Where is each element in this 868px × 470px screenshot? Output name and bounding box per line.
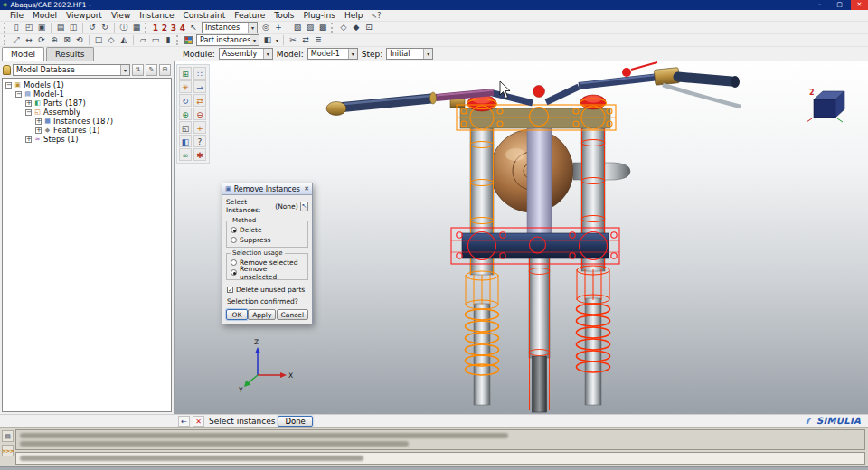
display-group-replace-icon[interactable]: ▩ [316, 22, 329, 33]
previous-step-button[interactable]: ← [178, 416, 190, 427]
tree-item-model-1[interactable]: − ▤ Model-1 [3, 89, 171, 99]
ok-button[interactable]: OK [226, 309, 248, 320]
view-cut-icon[interactable]: ✂ [287, 34, 299, 46]
expand-icon[interactable]: + [35, 118, 42, 125]
partition-icon[interactable]: ◧ [179, 135, 192, 147]
cancel-button[interactable]: Cancel [277, 309, 308, 320]
menu-instance[interactable]: Instance [135, 10, 178, 22]
command-line-area[interactable] [15, 452, 865, 465]
delete-unused-parts-checkbox[interactable]: ✓ Delete unused parts [222, 282, 312, 294]
tree-item-instances[interactable]: + ▦ Instances (187) [3, 117, 171, 126]
menu-viewport[interactable]: Viewport [61, 10, 107, 22]
perspective-icon[interactable]: ◭ [118, 34, 130, 46]
radio-remove-unselected[interactable]: Remove unselected [231, 268, 304, 277]
color-code-combo[interactable]: Part instances ▾ [196, 34, 259, 46]
collapse-icon[interactable]: − [5, 82, 12, 89]
maximize-button[interactable]: ▢ [831, 0, 848, 10]
cut-instances-icon[interactable]: ⊖ [193, 108, 206, 120]
probe-values-icon[interactable]: + [272, 22, 285, 33]
undo-icon[interactable]: ↺ [86, 22, 99, 33]
checkbox-control[interactable]: ✓ [227, 287, 233, 293]
iso-view-icon[interactable]: ◇ [105, 34, 118, 46]
tree-item-models[interactable]: − ▣ Models (1) [3, 80, 171, 89]
radio-delete[interactable]: Delete [231, 225, 304, 235]
bounding-box-icon[interactable]: ◱ [179, 121, 192, 134]
collapse-icon[interactable]: − [15, 91, 22, 98]
close-button[interactable]: ✕ [851, 0, 868, 10]
radial-pattern-icon[interactable]: ✳ [179, 80, 192, 93]
linear-pattern-icon[interactable]: ∷ [193, 67, 206, 80]
step-combo[interactable]: Initial ▾ [386, 48, 433, 60]
pan-view-icon[interactable]: ↔ [23, 34, 35, 46]
viewport-2-button[interactable]: 2 [160, 23, 169, 33]
viewport-canvas[interactable]: Z X Y 2 ⊞ ∷ ✳ → ↻ [175, 61, 868, 414]
viewport-3-button[interactable]: 3 [169, 23, 178, 33]
cycle-views-icon[interactable]: ⟲ [73, 34, 86, 46]
menu-tools[interactable]: Tools [269, 10, 298, 22]
dialog-titlebar[interactable]: ▣ Remove Instances ✕ [222, 183, 312, 195]
radio-suppress[interactable]: Suppress [231, 235, 304, 245]
expand-icon[interactable]: + [25, 136, 32, 143]
tree-item-assembly[interactable]: − ◱ Assembly [3, 108, 171, 117]
tree-item-steps[interactable]: + ≈ Steps (1) [3, 135, 171, 144]
query-info-icon[interactable]: ⓘ [118, 22, 130, 33]
lock-viewport-icon[interactable]: ⊡ [363, 22, 375, 33]
module-combo[interactable]: Assembly ▾ [219, 48, 273, 60]
shaded-render-icon[interactable]: ▮ [162, 34, 175, 46]
zoom-view-icon[interactable]: ⊕ [48, 34, 61, 46]
cancel-procedure-button[interactable]: ✕ [193, 416, 204, 427]
box-zoom-icon[interactable]: ⊠ [61, 34, 73, 46]
menu-constraint[interactable]: Constraint [179, 10, 231, 22]
radio-suppress-control[interactable] [231, 237, 237, 243]
capture-view-icon[interactable]: ◫ [67, 22, 80, 33]
dialog-close-icon[interactable]: ✕ [304, 185, 309, 193]
context-help-icon[interactable]: ↖? [371, 12, 381, 20]
tree-edit-button[interactable]: ✎ [146, 64, 157, 76]
kernel-cli-tab[interactable]: >>> [2, 445, 14, 456]
tree-sort-button[interactable]: ⇅ [132, 64, 144, 76]
datum-tools-icon[interactable]: + [193, 121, 206, 134]
chevron-down-icon[interactable]: ▾ [274, 34, 280, 46]
tab-results[interactable]: Results [46, 47, 94, 61]
sync-viewports-icon[interactable]: ⇄ [299, 34, 312, 46]
database-combo[interactable]: Model Database ▾ [13, 64, 130, 76]
fit-view-icon[interactable]: ⤢ [10, 34, 23, 46]
menu-plugins[interactable]: Plug-ins [298, 10, 340, 22]
attachment-icon[interactable]: ∞ [179, 148, 192, 161]
selection-filter-combo[interactable]: Instances ▾ [202, 22, 258, 33]
print-icon[interactable]: ▤ [54, 22, 67, 33]
model-combo[interactable]: Model-1 ▾ [307, 48, 358, 60]
radio-remove-selected-control[interactable] [231, 259, 237, 266]
toolbar-grip[interactable] [4, 35, 7, 45]
toolbar-grip[interactable] [4, 23, 7, 33]
special-tools-icon[interactable]: ✱ [193, 148, 206, 161]
radio-delete-control[interactable] [231, 227, 237, 233]
apply-button[interactable]: Apply [248, 309, 276, 320]
tree-pin-button[interactable]: ⊞ [159, 64, 171, 76]
expand-icon[interactable]: + [35, 127, 42, 134]
message-area-tab[interactable]: ▤ [2, 430, 14, 442]
viewport-4-button[interactable]: 4 [178, 23, 187, 33]
merge-instances-icon[interactable]: ⊕ [179, 108, 192, 120]
color-code-swatch-icon[interactable] [184, 36, 193, 44]
manager-icon[interactable]: ▦ [130, 22, 143, 33]
save-database-icon[interactable]: ▣ [35, 22, 48, 33]
rotate-view-icon[interactable]: ⟳ [35, 34, 48, 46]
menu-view[interactable]: View [107, 10, 135, 22]
render-options-icon[interactable]: ◆ [350, 22, 363, 33]
menu-model[interactable]: Model [28, 10, 61, 22]
toolbar-grip[interactable] [145, 23, 148, 33]
tree-item-parts[interactable]: + ◧ Parts (187) [3, 99, 171, 108]
message-area[interactable] [15, 429, 865, 450]
tab-model[interactable]: Model [2, 47, 44, 61]
view-cube[interactable]: 2 [807, 89, 844, 122]
options-menu-icon[interactable]: ≣ [312, 34, 325, 46]
redo-icon[interactable]: ↻ [99, 22, 111, 33]
create-instance-icon[interactable]: ⊞ [179, 67, 192, 80]
new-model-icon[interactable]: ▯ [10, 22, 23, 33]
search-icon[interactable]: ◎ [259, 22, 272, 33]
front-view-icon[interactable]: □ [92, 34, 105, 46]
viewport-1-button[interactable]: 1 [151, 23, 160, 33]
toolbar-grip[interactable] [331, 23, 335, 33]
toolbar-grip[interactable] [176, 35, 180, 45]
